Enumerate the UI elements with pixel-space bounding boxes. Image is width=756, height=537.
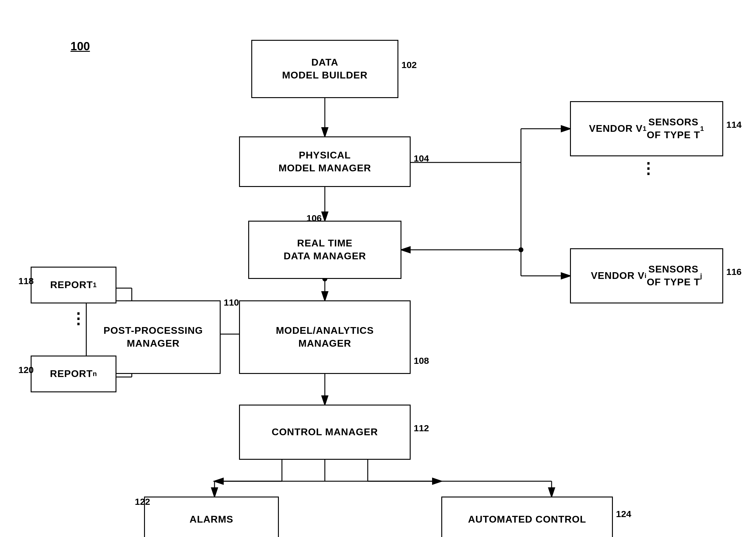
vendor-dots: ⋮ <box>641 159 657 177</box>
ref-122: 122 <box>135 497 150 507</box>
ref-114: 114 <box>726 120 741 130</box>
ref-112: 112 <box>414 423 429 434</box>
diagram-title: 100 <box>70 40 90 53</box>
reportn-box: REPORTn <box>31 355 116 392</box>
ref-120: 120 <box>19 365 34 375</box>
alarms-box: ALARMS <box>144 497 279 537</box>
automated-control-box: AUTOMATED CONTROL <box>441 497 613 537</box>
ref-108: 108 <box>414 355 429 366</box>
ref-116: 116 <box>726 267 741 277</box>
ref-124: 124 <box>616 509 631 519</box>
vendor-v1-sensors-box: VENDOR V1 SENSORSOF TYPE T1 <box>570 101 723 156</box>
control-manager-box: CONTROL MANAGER <box>239 405 411 460</box>
report-dots: ⋮ <box>70 310 86 327</box>
diagram-container: 100 <box>0 0 756 537</box>
data-model-builder-box: DATAMODEL BUILDER <box>251 40 398 98</box>
svg-point-14 <box>519 247 523 252</box>
model-analytics-manager-box: MODEL/ANALYTICSMANAGER <box>239 300 411 374</box>
ref-104: 104 <box>414 153 429 164</box>
report1-box: REPORT1 <box>31 267 116 304</box>
ref-110: 110 <box>224 297 239 308</box>
ref-106: 106 <box>306 213 322 224</box>
ref-102: 102 <box>401 60 417 70</box>
vendor-vi-sensors-box: VENDOR Vi SENSORSOF TYPE Tj <box>570 248 723 304</box>
ref-118: 118 <box>19 276 34 286</box>
real-time-data-manager-box: REAL TIMEDATA MANAGER <box>248 221 401 279</box>
physical-model-manager-box: PHYSICALMODEL MANAGER <box>239 136 411 187</box>
